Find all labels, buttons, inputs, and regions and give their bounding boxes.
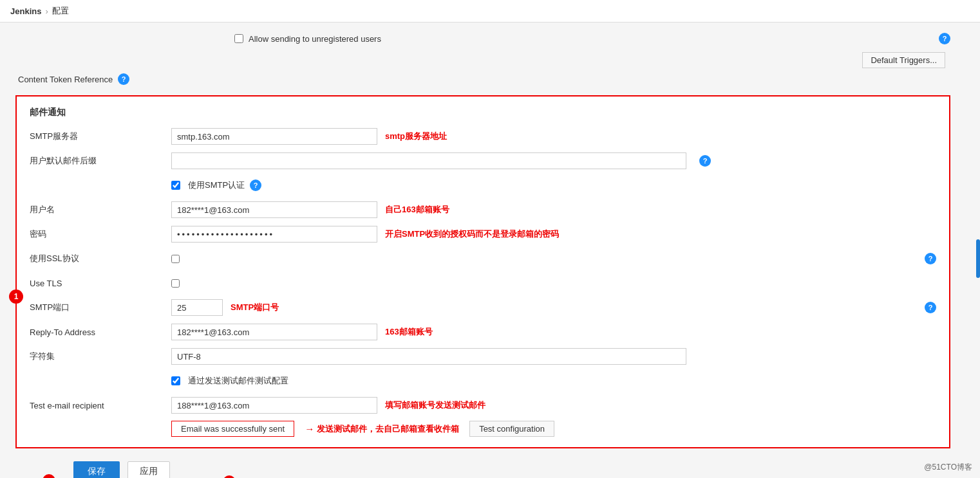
- smtp-server-annotation: smtp服务器地址: [385, 131, 447, 142]
- top-bar: Jenkins › 配置: [0, 0, 980, 23]
- default-triggers-row: Default Triggers...: [15, 52, 950, 68]
- smtp-port-row: SMTP端口 SMTP端口号 ?: [30, 299, 936, 317]
- test-send-row: 通过发送测试邮件测试配置: [30, 372, 936, 390]
- content-token-row: Content Token Reference ?: [15, 73, 950, 85]
- breadcrumb-config: 配置: [52, 5, 69, 17]
- tls-input-wrap: [171, 279, 936, 288]
- allow-sending-row: Allow sending to unregistered users ?: [15, 33, 950, 44]
- test-config-annotation-text: 发送测试邮件，去自己邮箱查看收件箱: [317, 423, 459, 435]
- username-row: 用户名 自己163邮箱账号: [30, 201, 936, 219]
- password-input[interactable]: [171, 226, 377, 243]
- user-suffix-row: 用户默认邮件后缀 ?: [30, 152, 936, 170]
- smtp-server-input-wrap: smtp服务器地址: [171, 128, 936, 145]
- test-recipient-input-wrap: 填写邮箱账号发送测试邮件: [171, 397, 936, 414]
- username-annotation: 自己163邮箱账号: [385, 204, 449, 216]
- use-smtp-auth-row: 使用SMTP认证 ?: [30, 176, 936, 194]
- apply-button[interactable]: 应用: [127, 461, 170, 478]
- test-send-label: 通过发送测试邮件测试配置: [188, 375, 288, 387]
- bottom-buttons: 3 保存 应用 2: [15, 461, 950, 478]
- smtp-port-label: SMTP端口: [30, 302, 171, 313]
- test-recipient-label: Test e-mail recipient: [30, 401, 171, 410]
- test-recipient-annotation: 填写邮箱账号发送测试邮件: [385, 400, 485, 411]
- test-recipient-row: Test e-mail recipient 填写邮箱账号发送测试邮件: [30, 396, 936, 414]
- badge-1: 1: [9, 290, 23, 304]
- success-message: Email was successfully sent: [171, 421, 294, 437]
- scrollbar[interactable]: [976, 239, 980, 278]
- charset-input[interactable]: [171, 348, 686, 365]
- user-suffix-help-icon[interactable]: ?: [699, 155, 711, 167]
- smtp-port-help-icon[interactable]: ?: [925, 302, 936, 313]
- password-annotation: 开启SMTP收到的授权码而不是登录邮箱的密码: [385, 228, 559, 240]
- user-suffix-label: 用户默认邮件后缀: [30, 155, 171, 167]
- password-input-wrap: 开启SMTP收到的授权码而不是登录邮箱的密码: [171, 226, 936, 243]
- smtp-server-label: SMTP服务器: [30, 131, 171, 142]
- charset-input-wrap: [171, 348, 936, 365]
- use-smtp-auth-checkbox[interactable]: [171, 181, 180, 190]
- username-input[interactable]: [171, 201, 377, 218]
- test-configuration-button[interactable]: Test configuration: [469, 421, 554, 437]
- main-content: Allow sending to unregistered users ? De…: [0, 23, 966, 478]
- test-send-checkbox[interactable]: [171, 376, 180, 385]
- badge-3: 3: [42, 474, 55, 478]
- smtp-server-input[interactable]: [171, 128, 377, 145]
- allow-sending-label: Allow sending to unregistered users: [249, 34, 381, 44]
- breadcrumb-jenkins[interactable]: Jenkins: [10, 6, 41, 16]
- tls-checkbox[interactable]: [171, 279, 180, 288]
- charset-row: 字符集: [30, 347, 936, 365]
- default-triggers-button[interactable]: Default Triggers...: [862, 52, 945, 68]
- allow-sending-checkbox[interactable]: [234, 34, 243, 43]
- email-notification-box: 1 邮件通知 SMTP服务器 smtp服务器地址 用户默认邮件后缀 ? 使用SM…: [15, 95, 950, 448]
- password-row: 密码 开启SMTP收到的授权码而不是登录邮箱的密码: [30, 225, 936, 243]
- ssl-label: 使用SSL协议: [30, 253, 171, 264]
- smtp-port-input-wrap: SMTP端口号 ?: [171, 299, 936, 316]
- reply-to-annotation: 163邮箱账号: [385, 326, 433, 338]
- ssl-row: 使用SSL协议 ?: [30, 250, 936, 268]
- username-label: 用户名: [30, 204, 171, 216]
- smtp-server-row: SMTP服务器 smtp服务器地址: [30, 127, 936, 145]
- smtp-port-annotation: SMTP端口号: [231, 302, 279, 313]
- save-button[interactable]: 保存: [73, 461, 120, 478]
- reply-to-label: Reply-To Address: [30, 327, 171, 337]
- arrow-icon: [305, 423, 314, 434]
- use-smtp-auth-label: 使用SMTP认证: [188, 179, 245, 191]
- test-config-row: Email was successfully sent 发送测试邮件，去自己邮箱…: [30, 421, 936, 437]
- ssl-checkbox[interactable]: [171, 255, 180, 263]
- reply-to-row: Reply-To Address 163邮箱账号: [30, 323, 936, 341]
- email-box-title: 邮件通知: [30, 107, 936, 118]
- ssl-input-wrap: ?: [171, 253, 936, 264]
- content-token-label: Content Token Reference: [18, 75, 113, 84]
- breadcrumb-arrow: ›: [45, 6, 48, 16]
- watermark: @51CTO博客: [924, 462, 972, 473]
- tls-label: Use TLS: [30, 279, 171, 288]
- ssl-help-icon[interactable]: ?: [925, 253, 936, 264]
- tls-row: Use TLS: [30, 274, 936, 292]
- username-input-wrap: 自己163邮箱账号: [171, 201, 936, 218]
- reply-to-input[interactable]: [171, 324, 377, 340]
- charset-label: 字符集: [30, 351, 171, 362]
- password-label: 密码: [30, 228, 171, 240]
- allow-sending-help-icon[interactable]: ?: [939, 33, 950, 44]
- smtp-port-input[interactable]: [171, 299, 223, 316]
- use-smtp-auth-help-icon[interactable]: ?: [250, 179, 261, 191]
- user-suffix-input-wrap: ?: [171, 152, 936, 169]
- content-token-help-icon[interactable]: ?: [118, 73, 129, 85]
- test-recipient-input[interactable]: [171, 397, 377, 414]
- user-suffix-input[interactable]: [171, 152, 686, 169]
- badge-2: 2: [223, 475, 236, 478]
- reply-to-input-wrap: 163邮箱账号: [171, 324, 936, 340]
- test-config-annotation: 发送测试邮件，去自己邮箱查看收件箱 Test configuration: [305, 421, 554, 437]
